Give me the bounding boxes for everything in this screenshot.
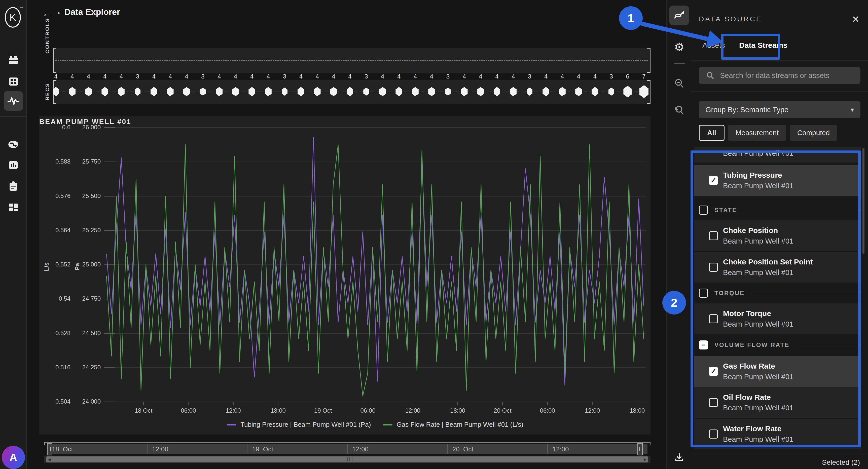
- hexagon-marker[interactable]: [282, 88, 287, 96]
- bar-chart-icon[interactable]: [6, 158, 21, 172]
- item-checkbox[interactable]: [709, 231, 718, 240]
- hexagon-marker[interactable]: [135, 88, 141, 96]
- hexagon-marker[interactable]: [527, 88, 532, 96]
- filter-measurement[interactable]: Measurement: [728, 125, 786, 141]
- zoom-out-icon[interactable]: [670, 73, 689, 93]
- hexagon-marker[interactable]: [379, 87, 386, 96]
- scroll-right-icon[interactable]: ▸: [644, 457, 647, 463]
- stream-item-gas-flow-rate[interactable]: ✓Gas Flow RateBeam Pump Well #01: [694, 356, 861, 387]
- hexagon-marker[interactable]: [298, 87, 304, 96]
- hexagon-marker[interactable]: [592, 87, 598, 96]
- timeline-segment[interactable]: 19. Oct: [247, 444, 348, 454]
- hexagon-marker[interactable]: [428, 87, 435, 96]
- hexagon-marker[interactable]: [248, 87, 255, 96]
- timeline-left-handle[interactable]: [47, 443, 52, 456]
- grid-icon[interactable]: [6, 74, 21, 89]
- timeline-segment[interactable]: 20. Oct: [448, 444, 548, 454]
- group-by-select[interactable]: Group By: Semantic Type ▾: [699, 101, 861, 118]
- section-state[interactable]: STATE: [694, 204, 861, 216]
- hexagon-marker[interactable]: [412, 87, 418, 96]
- hexagon-marker[interactable]: [216, 87, 223, 96]
- tab-data-streams[interactable]: Data Streams: [739, 41, 787, 49]
- hexagon-marker[interactable]: [542, 87, 549, 96]
- item-checkbox[interactable]: [709, 263, 718, 272]
- hexagon-marker[interactable]: [575, 87, 582, 96]
- hexagon-marker[interactable]: [396, 87, 402, 96]
- hexagon-marker[interactable]: [200, 88, 206, 96]
- hexagon-marker[interactable]: [85, 87, 92, 96]
- hexagon-marker[interactable]: [183, 87, 190, 96]
- search-box[interactable]: [699, 67, 861, 84]
- stream-item-oil-flow-rate[interactable]: Oil Flow RateBeam Pump Well #01: [694, 387, 861, 418]
- scroll-left-icon[interactable]: ◂: [48, 457, 51, 463]
- timeline-segment[interactable]: 12:00: [548, 444, 648, 454]
- hexagon-marker[interactable]: [445, 88, 451, 96]
- hexagon-marker[interactable]: [363, 88, 369, 96]
- stream-item-choke-position[interactable]: Choke PositionBeam Pump Well #01: [694, 221, 861, 251]
- panel-scrollbar-thumb[interactable]: [863, 148, 865, 254]
- scrollbar-grip[interactable]: [347, 458, 352, 462]
- page-title: Data Explorer: [64, 7, 120, 17]
- hexagon-marker[interactable]: [314, 87, 321, 96]
- stream-item-water-flow-rate[interactable]: Water Flow RateBeam Pump Well #01: [694, 419, 861, 449]
- hexagon-marker[interactable]: [559, 87, 566, 96]
- dashboard-icon[interactable]: [6, 200, 21, 214]
- stream-item-tubing-pressure[interactable]: ✓Tubing PressureBeam Pump Well #01: [694, 165, 861, 196]
- hexagon-marker[interactable]: [265, 87, 272, 96]
- tab-assets[interactable]: Assets: [702, 41, 725, 49]
- item-checkbox[interactable]: [709, 398, 718, 407]
- hexagon-marker[interactable]: [494, 87, 500, 96]
- hexagon-marker[interactable]: [167, 87, 174, 96]
- hexagon-marker[interactable]: [232, 87, 239, 96]
- hexagon-marker[interactable]: [461, 87, 468, 96]
- stream-item[interactable]: Beam Pump Well #01: [694, 147, 861, 163]
- section-checkbox[interactable]: −: [699, 340, 708, 349]
- search-input[interactable]: [719, 71, 861, 80]
- user-avatar[interactable]: A: [2, 446, 25, 469]
- item-checkbox[interactable]: ✓: [709, 176, 718, 185]
- timeline-right-handle[interactable]: [638, 443, 643, 456]
- stream-item-motor-torque[interactable]: Motor TorqueBeam Pump Well #01: [694, 303, 861, 334]
- hexagon-marker[interactable]: [330, 87, 337, 96]
- hexagon-marker[interactable]: [477, 87, 484, 96]
- item-checkbox[interactable]: [709, 314, 718, 323]
- timeline-bar[interactable]: 18. Oct12:0019. Oct12:0020. Oct12:00: [47, 444, 648, 454]
- stream-item-choke-position-set-point[interactable]: Choke Position Set PointBeam Pump Well #…: [694, 252, 861, 282]
- section-checkbox[interactable]: [699, 206, 708, 214]
- horizontal-scrollbar[interactable]: ◂ ▸: [44, 456, 651, 463]
- flow-icon[interactable]: [6, 137, 21, 152]
- hexagon-marker[interactable]: [510, 87, 517, 96]
- scrollbar-thumb[interactable]: ◂ ▸: [46, 457, 648, 463]
- gear-icon[interactable]: ⚙: [670, 37, 689, 57]
- timeline-segment[interactable]: 18. Oct: [47, 444, 148, 454]
- close-icon[interactable]: ✕: [852, 14, 860, 25]
- recs-count: 4: [573, 73, 584, 80]
- trend-chart-icon[interactable]: [670, 5, 689, 25]
- legend-item[interactable]: Tubing Pressure | Beam Pump Well #01 (Pa…: [227, 421, 371, 429]
- recs-count: 4: [148, 73, 159, 80]
- item-checkbox[interactable]: ✓: [709, 367, 718, 376]
- item-checkbox[interactable]: [709, 430, 718, 439]
- section-volume-flow-rate[interactable]: −VOLUME FLOW RATE: [694, 339, 861, 351]
- hexagon-marker[interactable]: [347, 87, 353, 96]
- recs-count: 6: [622, 73, 633, 80]
- timeline-segment[interactable]: 12:00: [148, 444, 248, 454]
- filter-all[interactable]: All: [699, 125, 724, 141]
- filter-computed[interactable]: Computed: [790, 125, 837, 141]
- section-checkbox[interactable]: [699, 289, 708, 298]
- hexagon-marker[interactable]: [623, 86, 631, 97]
- hexagon-marker[interactable]: [609, 88, 614, 96]
- timeline-segment[interactable]: 12:00: [348, 444, 448, 454]
- reset-zoom-icon[interactable]: [670, 100, 689, 120]
- section-torque[interactable]: TORQUE: [694, 287, 861, 299]
- download-icon[interactable]: [670, 447, 689, 467]
- hexagon-marker[interactable]: [69, 87, 76, 96]
- hexagon-marker[interactable]: [151, 87, 157, 96]
- legend-item[interactable]: Gas Flow Rate | Beam Pump Well #01 (L/s): [383, 421, 523, 429]
- cases-icon[interactable]: [6, 53, 21, 67]
- pulse-icon[interactable]: [6, 94, 21, 108]
- clipboard-icon[interactable]: [6, 179, 21, 193]
- hexagon-marker[interactable]: [101, 87, 108, 96]
- recs-count: 4: [50, 73, 61, 80]
- hexagon-marker[interactable]: [118, 87, 125, 96]
